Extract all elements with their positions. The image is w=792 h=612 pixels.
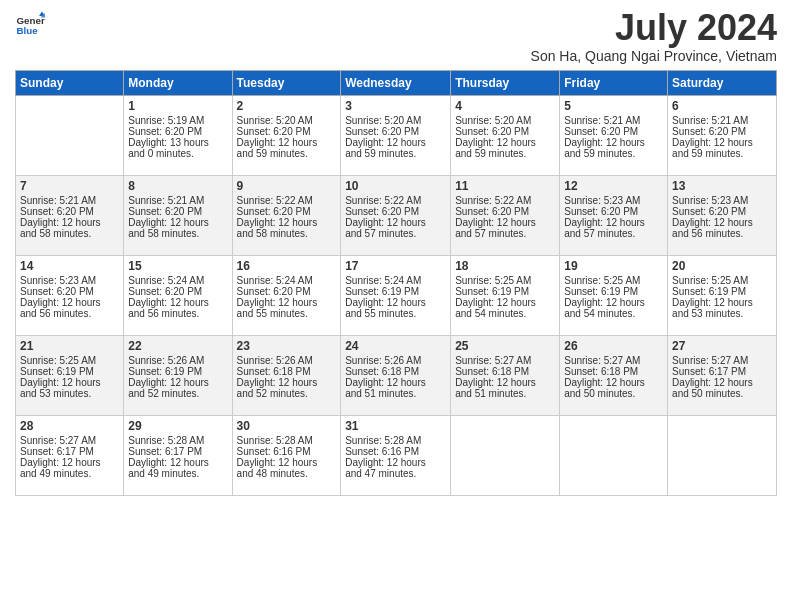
svg-text:Blue: Blue [17, 25, 39, 36]
day-info-line: Daylight: 12 hours [128, 457, 227, 468]
day-info-line: Daylight: 12 hours [564, 217, 663, 228]
calendar-cell-day-22: 22Sunrise: 5:26 AMSunset: 6:19 PMDayligh… [124, 336, 232, 416]
title-block: July 2024 Son Ha, Quang Ngai Province, V… [531, 10, 777, 64]
day-info-line: Sunset: 6:18 PM [455, 366, 555, 377]
calendar-cell-day-3: 3Sunrise: 5:20 AMSunset: 6:20 PMDaylight… [341, 96, 451, 176]
calendar-week-row: 7Sunrise: 5:21 AMSunset: 6:20 PMDaylight… [16, 176, 777, 256]
calendar-cell-day-11: 11Sunrise: 5:22 AMSunset: 6:20 PMDayligh… [451, 176, 560, 256]
calendar-cell-day-12: 12Sunrise: 5:23 AMSunset: 6:20 PMDayligh… [560, 176, 668, 256]
day-info-line: and 50 minutes. [564, 388, 663, 399]
calendar-cell-day-21: 21Sunrise: 5:25 AMSunset: 6:19 PMDayligh… [16, 336, 124, 416]
day-info-line: Sunrise: 5:20 AM [455, 115, 555, 126]
calendar-cell-day-13: 13Sunrise: 5:23 AMSunset: 6:20 PMDayligh… [668, 176, 777, 256]
day-info-line: Sunrise: 5:28 AM [237, 435, 337, 446]
day-number: 14 [20, 259, 119, 273]
day-info-line: Daylight: 12 hours [455, 217, 555, 228]
calendar-cell-day-25: 25Sunrise: 5:27 AMSunset: 6:18 PMDayligh… [451, 336, 560, 416]
day-info-line: Sunrise: 5:27 AM [455, 355, 555, 366]
day-info-line: Daylight: 12 hours [345, 217, 446, 228]
day-info-line: Daylight: 12 hours [564, 137, 663, 148]
day-info-line: and 0 minutes. [128, 148, 227, 159]
day-info-line: and 54 minutes. [455, 308, 555, 319]
day-info-line: and 49 minutes. [20, 468, 119, 479]
day-info-line: and 58 minutes. [20, 228, 119, 239]
header-cell-saturday: Saturday [668, 71, 777, 96]
day-info-line: and 52 minutes. [128, 388, 227, 399]
day-number: 10 [345, 179, 446, 193]
day-info-line: and 56 minutes. [672, 228, 772, 239]
calendar-cell-day-31: 31Sunrise: 5:28 AMSunset: 6:16 PMDayligh… [341, 416, 451, 496]
calendar-cell-day-30: 30Sunrise: 5:28 AMSunset: 6:16 PMDayligh… [232, 416, 341, 496]
calendar-cell-day-7: 7Sunrise: 5:21 AMSunset: 6:20 PMDaylight… [16, 176, 124, 256]
calendar-cell-day-24: 24Sunrise: 5:26 AMSunset: 6:18 PMDayligh… [341, 336, 451, 416]
day-info-line: Sunrise: 5:22 AM [455, 195, 555, 206]
day-info-line: Sunrise: 5:21 AM [128, 195, 227, 206]
day-info-line: Sunrise: 5:27 AM [20, 435, 119, 446]
day-info-line: and 59 minutes. [237, 148, 337, 159]
day-info-line: Daylight: 12 hours [237, 297, 337, 308]
day-info-line: Daylight: 12 hours [672, 137, 772, 148]
day-info-line: and 55 minutes. [345, 308, 446, 319]
day-info-line: Daylight: 12 hours [20, 377, 119, 388]
calendar-cell-day-14: 14Sunrise: 5:23 AMSunset: 6:20 PMDayligh… [16, 256, 124, 336]
calendar-cell-day-8: 8Sunrise: 5:21 AMSunset: 6:20 PMDaylight… [124, 176, 232, 256]
day-number: 30 [237, 419, 337, 433]
day-number: 28 [20, 419, 119, 433]
day-info-line: Daylight: 12 hours [455, 297, 555, 308]
day-info-line: Sunset: 6:20 PM [128, 126, 227, 137]
calendar-cell-day-17: 17Sunrise: 5:24 AMSunset: 6:19 PMDayligh… [341, 256, 451, 336]
day-info-line: Sunset: 6:19 PM [20, 366, 119, 377]
day-info-line: Sunrise: 5:21 AM [672, 115, 772, 126]
day-info-line: Sunrise: 5:26 AM [237, 355, 337, 366]
day-info-line: Sunset: 6:20 PM [345, 206, 446, 217]
day-number: 31 [345, 419, 446, 433]
day-number: 11 [455, 179, 555, 193]
day-info-line: Daylight: 12 hours [237, 217, 337, 228]
calendar-cell-day-29: 29Sunrise: 5:28 AMSunset: 6:17 PMDayligh… [124, 416, 232, 496]
day-number: 22 [128, 339, 227, 353]
day-info-line: Sunrise: 5:25 AM [564, 275, 663, 286]
day-info-line: and 54 minutes. [564, 308, 663, 319]
day-info-line: Sunset: 6:17 PM [20, 446, 119, 457]
day-info-line: Sunset: 6:18 PM [564, 366, 663, 377]
day-number: 1 [128, 99, 227, 113]
day-info-line: Daylight: 12 hours [672, 377, 772, 388]
day-info-line: Daylight: 12 hours [128, 297, 227, 308]
day-number: 9 [237, 179, 337, 193]
day-info-line: and 59 minutes. [672, 148, 772, 159]
calendar-cell-day-15: 15Sunrise: 5:24 AMSunset: 6:20 PMDayligh… [124, 256, 232, 336]
day-info-line: Sunrise: 5:23 AM [672, 195, 772, 206]
day-number: 27 [672, 339, 772, 353]
day-info-line: Daylight: 12 hours [455, 137, 555, 148]
day-number: 16 [237, 259, 337, 273]
day-info-line: and 58 minutes. [237, 228, 337, 239]
day-number: 20 [672, 259, 772, 273]
day-info-line: Sunset: 6:19 PM [128, 366, 227, 377]
day-info-line: Daylight: 12 hours [345, 457, 446, 468]
day-info-line: Daylight: 12 hours [237, 457, 337, 468]
day-number: 5 [564, 99, 663, 113]
day-info-line: Daylight: 12 hours [128, 377, 227, 388]
day-info-line: and 59 minutes. [564, 148, 663, 159]
calendar-cell-day-5: 5Sunrise: 5:21 AMSunset: 6:20 PMDaylight… [560, 96, 668, 176]
day-info-line: and 51 minutes. [345, 388, 446, 399]
day-info-line: Sunrise: 5:19 AM [128, 115, 227, 126]
day-number: 4 [455, 99, 555, 113]
day-info-line: Sunrise: 5:25 AM [672, 275, 772, 286]
day-info-line: and 49 minutes. [128, 468, 227, 479]
calendar-cell-day-9: 9Sunrise: 5:22 AMSunset: 6:20 PMDaylight… [232, 176, 341, 256]
day-info-line: Sunrise: 5:25 AM [20, 355, 119, 366]
day-info-line: Sunrise: 5:21 AM [20, 195, 119, 206]
day-info-line: Sunrise: 5:20 AM [237, 115, 337, 126]
calendar-cell-day-16: 16Sunrise: 5:24 AMSunset: 6:20 PMDayligh… [232, 256, 341, 336]
calendar-cell-day-18: 18Sunrise: 5:25 AMSunset: 6:19 PMDayligh… [451, 256, 560, 336]
day-info-line: Sunset: 6:20 PM [345, 126, 446, 137]
logo-icon: General Blue [15, 10, 45, 40]
day-info-line: and 53 minutes. [672, 308, 772, 319]
day-info-line: and 50 minutes. [672, 388, 772, 399]
calendar-cell-empty [16, 96, 124, 176]
calendar-cell-day-4: 4Sunrise: 5:20 AMSunset: 6:20 PMDaylight… [451, 96, 560, 176]
day-number: 15 [128, 259, 227, 273]
calendar-week-row: 14Sunrise: 5:23 AMSunset: 6:20 PMDayligh… [16, 256, 777, 336]
day-info-line: Daylight: 12 hours [345, 137, 446, 148]
